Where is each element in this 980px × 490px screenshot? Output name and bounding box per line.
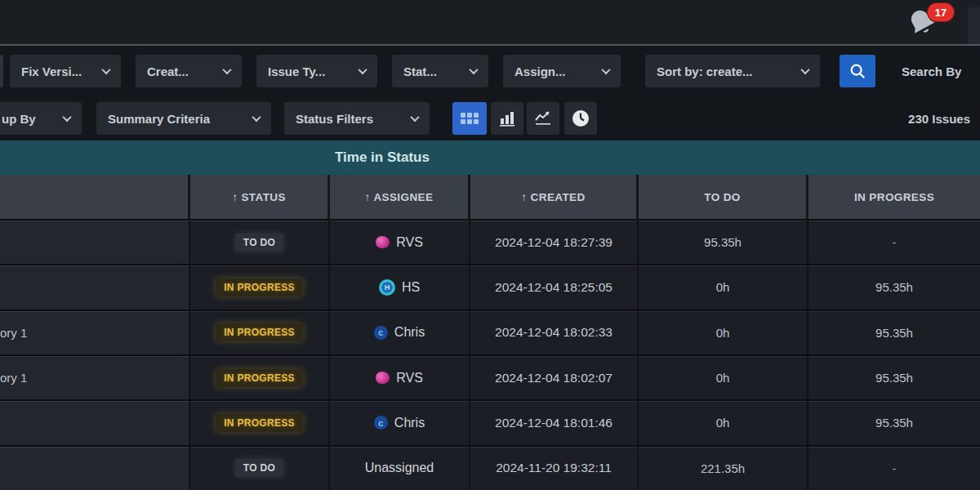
todo-hours: 0h [716, 280, 730, 294]
line-chart-view-button[interactable] [527, 102, 559, 135]
table-row[interactable]: ory 1 IN PROGRESS RVS 2024-12-04 18:02:0… [0, 354, 980, 399]
todo-hours: 0h [716, 416, 730, 430]
created-value: 2024-12-04 18:27:39 [495, 235, 612, 250]
table-row[interactable]: ory 1 IN PROGRESS cChris 2024-12-04 18:0… [0, 310, 980, 354]
assignee-cell: RVS [376, 235, 423, 250]
assignee-name: Chris [394, 416, 425, 430]
header-in-progress[interactable]: IN PROGRESS [808, 175, 980, 219]
bar-chart-icon [498, 109, 516, 127]
status-badge: IN PROGRESS [216, 278, 303, 296]
avatar: c [374, 416, 388, 430]
clock-icon [571, 109, 590, 128]
status-filters-dropdown[interactable]: Status Filters [284, 102, 430, 135]
assignee-name: RVS [396, 371, 423, 385]
search-button[interactable] [840, 55, 875, 87]
table-row[interactable]: IN PROGRESS cChris 2024-12-04 18:01:46 0… [0, 399, 980, 444]
todo-hours: 95.35h [704, 235, 742, 249]
sort-by-label: Sort by: create... [657, 65, 753, 78]
status-badge: IN PROGRESS [216, 323, 303, 341]
assignee-name: HS [402, 280, 420, 295]
status-badge: TO DO [235, 234, 283, 252]
issues-count: 230 Issues [908, 112, 970, 126]
report-title-bar: Time in Status [0, 140, 980, 175]
group-by-label: up By [2, 112, 36, 126]
chevron-down-icon [601, 65, 610, 74]
table-row[interactable]: IN PROGRESS HHS 2024-12-04 18:25:05 0h 9… [0, 264, 980, 309]
bar-chart-view-button[interactable] [491, 102, 523, 135]
status-badge: IN PROGRESS [216, 369, 303, 387]
page-title: Time in Status [335, 149, 430, 166]
chevron-down-icon [358, 65, 367, 74]
header-summary [0, 175, 190, 219]
summary-cell: ory 1 [0, 311, 190, 354]
todo-hours: 0h [716, 326, 730, 340]
assignee-cell: RVS [376, 371, 423, 385]
header-assignee-sortable[interactable]: ↑ ASSIGNEE [330, 175, 470, 219]
assignee-cell: cChris [374, 416, 425, 430]
group-by-dropdown[interactable]: up By [0, 102, 82, 135]
filter-bar: Fix Versi... Creat... Issue Ty... Stat..… [0, 46, 980, 96]
created-value: 2024-11-20 19:32:11 [496, 461, 612, 475]
header-todo[interactable]: TO DO [639, 175, 808, 219]
status-filter[interactable]: Stat... [392, 55, 488, 87]
issue-type-filter[interactable]: Issue Ty... [256, 55, 377, 87]
created-value: 2024-12-04 18:25:05 [495, 280, 612, 295]
header-status-sortable[interactable]: ↑ STATUS [190, 175, 330, 219]
line-chart-icon [534, 109, 552, 127]
summary-cell [0, 447, 190, 490]
top-bar: 17 [0, 0, 980, 46]
status-filter-label: Stat... [403, 65, 437, 78]
chevron-down-icon [62, 113, 71, 122]
sort-by-dropdown[interactable]: Sort by: create... [645, 55, 820, 87]
clipped-edge-button[interactable] [968, 7, 980, 44]
time-in-status-table: ↑ STATUS ↑ ASSIGNEE ↑ CREATED TO DO IN P… [0, 175, 980, 490]
table-body: TO DO RVS 2024-12-04 18:27:39 95.35h - I… [0, 219, 980, 490]
created-filter[interactable]: Creat... [136, 55, 242, 87]
avatar [376, 236, 390, 248]
fix-version-filter-label: Fix Versi... [21, 65, 82, 78]
todo-hours: 0h [716, 371, 730, 385]
search-by-button[interactable]: Search By [902, 65, 961, 78]
assignee-name: Unassigned [365, 461, 434, 475]
chevron-down-icon [800, 65, 809, 74]
created-value: 2024-12-04 18:01:46 [495, 416, 612, 430]
status-badge: IN PROGRESS [216, 414, 303, 432]
clipped-filter-button[interactable] [0, 55, 3, 87]
table-view-button[interactable] [452, 102, 487, 135]
created-value: 2024-12-04 18:02:33 [495, 325, 612, 340]
in-progress-hours: - [893, 461, 897, 475]
fix-version-filter[interactable]: Fix Versi... [10, 55, 121, 87]
assignee-cell: cChris [374, 325, 425, 340]
in-progress-hours: 95.35h [875, 416, 913, 430]
report-toolbar: up By Summary Criteria Status Filters [0, 96, 980, 140]
chevron-down-icon [101, 65, 110, 74]
in-progress-hours: 95.35h [875, 326, 913, 340]
avatar: c [374, 326, 388, 340]
in-progress-hours: 95.35h [875, 280, 913, 294]
summary-cell [0, 220, 190, 264]
summary-cell: ory 1 [0, 356, 190, 399]
notifications-button[interactable]: 17 [906, 7, 941, 41]
chevron-down-icon [469, 65, 478, 74]
table-row[interactable]: TO DO Unassigned 2024-11-20 19:32:11 221… [0, 445, 980, 490]
summary-criteria-dropdown[interactable]: Summary Criteria [96, 102, 271, 135]
header-created-sortable[interactable]: ↑ CREATED [470, 175, 639, 219]
avatar [376, 372, 390, 384]
status-filters-label: Status Filters [296, 112, 373, 126]
notification-count-badge[interactable]: 17 [928, 3, 954, 21]
table-row[interactable]: TO DO RVS 2024-12-04 18:27:39 95.35h - [0, 219, 980, 264]
created-value: 2024-12-04 18:02:07 [495, 371, 612, 385]
avatar: H [379, 279, 395, 296]
chevron-down-icon [222, 65, 231, 74]
time-view-button[interactable] [564, 102, 597, 135]
in-progress-hours: 95.35h [875, 371, 913, 385]
table-header-row: ↑ STATUS ↑ ASSIGNEE ↑ CREATED TO DO IN P… [0, 175, 980, 219]
summary-cell [0, 401, 190, 444]
table-grid-icon [461, 113, 479, 124]
assignee-cell: Unassigned [365, 461, 434, 475]
summary-cell [0, 265, 190, 309]
search-icon [849, 62, 866, 80]
chevron-down-icon [410, 113, 419, 122]
chevron-down-icon [252, 113, 261, 122]
assignee-filter[interactable]: Assign... [503, 55, 621, 87]
